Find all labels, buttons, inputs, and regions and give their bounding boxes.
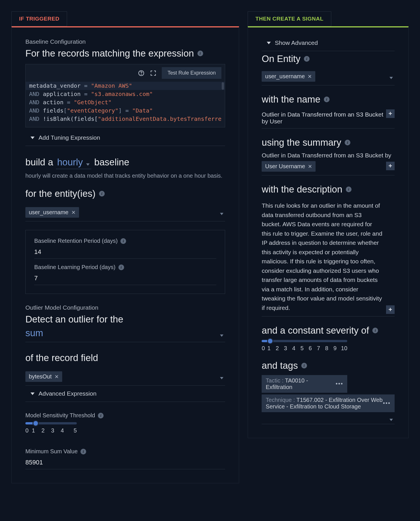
chevron-down-icon [267,42,271,44]
learning-input[interactable] [34,273,216,285]
expression-editor[interactable]: Test Rule Expression metadata_vendor = "… [25,64,225,127]
retention-input[interactable] [34,247,216,259]
min-sum-label: Minimum Sum Value i [25,448,225,455]
info-icon[interactable]: i [118,264,124,270]
tag-technique[interactable]: Technique : T1567.002 - Exfiltration Ove… [262,394,395,412]
more-icon[interactable]: ••• [383,400,391,406]
heading-severity: and a constant severity of i [262,325,395,336]
info-icon[interactable]: i [99,191,105,197]
min-sum-input[interactable] [25,457,225,469]
add-button[interactable]: + [386,109,395,118]
add-button[interactable]: + [386,305,395,314]
heading-using-summary: using the summary i [262,137,395,148]
severity-slider[interactable] [262,340,347,342]
close-icon[interactable]: ✕ [308,163,312,170]
interval-select[interactable]: hourly [56,157,91,169]
aggregation-select[interactable]: sum [25,327,225,342]
help-icon[interactable] [138,70,145,77]
info-icon[interactable]: i [98,413,104,418]
chevron-down-icon [31,137,35,139]
info-icon[interactable]: i [197,51,203,56]
heading-matching-expression: For the records matching the expression … [25,48,225,59]
baseline-text: baseline [94,157,129,168]
entity-select[interactable]: user_username ✕ [25,204,225,221]
entity-chip[interactable]: user_username ✕ [25,207,79,218]
scrollbar-thumb[interactable] [222,82,224,90]
build-a-text: build a [25,157,53,168]
signal-name-row[interactable]: Outlier in Data Transferred from an S3 B… [262,109,395,129]
info-icon[interactable]: i [346,187,352,192]
info-icon[interactable]: i [301,363,307,368]
on-entity-select[interactable]: user_username ✕ [262,68,395,85]
info-icon[interactable]: i [304,56,310,62]
retention-label: Baseline Retention Period (days) i [34,238,216,244]
tab-then-signal[interactable]: THEN CREATE A SIGNAL [248,11,331,26]
test-rule-button[interactable]: Test Rule Expression [162,67,221,79]
entity-chip[interactable]: user_username ✕ [262,71,315,82]
description-row[interactable]: This rule looks for an outlier in the am… [262,199,395,316]
heading-on-entity: On Entity i [262,53,395,64]
close-icon[interactable]: ✕ [54,374,59,380]
add-tuning-expression-toggle[interactable]: Add Tuning Expression [25,130,225,146]
info-icon[interactable]: i [80,449,86,454]
close-icon[interactable]: ✕ [308,73,312,80]
close-icon[interactable]: ✕ [71,209,76,216]
info-icon[interactable]: i [324,97,330,102]
svg-point-1 [141,74,142,75]
summary-chip[interactable]: User Username ✕ [262,161,316,172]
expand-icon[interactable] [150,70,157,77]
tag-tactic[interactable]: Tactic : TA0010 - Exfiltration ••• [262,375,347,393]
section-label-baseline: Baseline Configuration [25,38,225,45]
summary-row[interactable]: User Username ✕ + [262,161,395,175]
heading-tags: and tags i [262,360,395,371]
info-icon[interactable]: i [372,328,378,333]
more-icon[interactable]: ••• [336,380,343,387]
info-icon[interactable]: i [345,140,350,145]
expression-code[interactable]: metadata_vendor = "Amazon AWS"AND applic… [26,82,225,127]
field-chip[interactable]: bytesOut ✕ [25,371,62,382]
learning-label: Baseline Learning Period (days) i [34,264,216,270]
model-sensitivity-slider[interactable] [25,422,77,424]
record-field-select[interactable]: bytesOut ✕ [25,368,225,386]
add-button[interactable]: + [386,162,395,170]
heading-for-entities: for the entity(ies) i [25,188,225,199]
heading-detect-outlier: Detect an outlier for the [25,314,225,325]
heading-with-name: with the name i [262,94,395,105]
section-label-outlier: Outlier Model Configuration [25,304,225,311]
chevron-down-icon [31,392,35,395]
heading-record-field: of the record field [25,352,225,363]
show-advanced-toggle[interactable]: Show Advanced [262,35,395,51]
slider-thumb[interactable] [267,338,273,344]
tags-add-row[interactable] [262,414,395,424]
advanced-expression-toggle[interactable]: Advanced Expression [25,386,225,402]
model-sensitivity-label: Model Sensitivity Threshold i [25,412,225,419]
slider-thumb[interactable] [33,420,39,426]
tab-if-triggered[interactable]: IF TRIGGERED [11,11,67,26]
info-icon[interactable]: i [120,238,126,244]
heading-with-description: with the description i [262,184,395,195]
summary-prefix: Outlier in Data Transferred from an S3 B… [262,152,395,159]
interval-hint: hourly will create a data model that tra… [25,173,225,179]
